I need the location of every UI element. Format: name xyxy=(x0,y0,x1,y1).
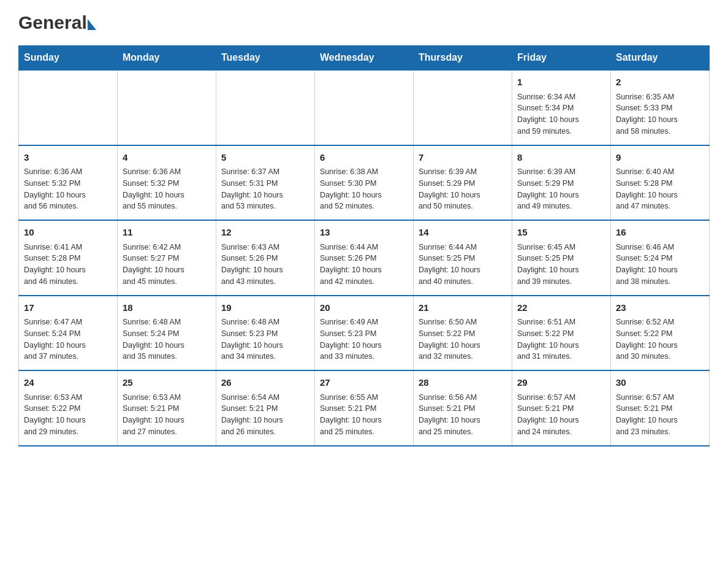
day-number: 23 xyxy=(616,301,704,315)
day-number: 11 xyxy=(123,226,211,240)
day-number: 9 xyxy=(616,151,704,165)
day-number: 13 xyxy=(320,226,408,240)
calendar-cell: 9Sunrise: 6:40 AMSunset: 5:28 PMDaylight… xyxy=(611,145,710,221)
day-number: 19 xyxy=(221,301,309,315)
calendar-cell: 22Sunrise: 6:51 AMSunset: 5:22 PMDayligh… xyxy=(512,296,611,371)
day-number: 24 xyxy=(24,376,112,390)
day-number: 15 xyxy=(517,226,605,240)
calendar-header: SundayMondayTuesdayWednesdayThursdayFrid… xyxy=(19,46,710,71)
day-info: Sunrise: 6:44 AMSunset: 5:25 PMDaylight:… xyxy=(419,242,507,288)
day-number: 22 xyxy=(517,301,605,315)
week-row-4: 17Sunrise: 6:47 AMSunset: 5:24 PMDayligh… xyxy=(19,296,710,371)
calendar-cell: 18Sunrise: 6:48 AMSunset: 5:24 PMDayligh… xyxy=(118,296,216,371)
day-info: Sunrise: 6:46 AMSunset: 5:24 PMDaylight:… xyxy=(616,242,704,288)
logo-general-text: General xyxy=(18,12,87,33)
week-row-3: 10Sunrise: 6:41 AMSunset: 5:28 PMDayligh… xyxy=(19,220,710,296)
day-header-wednesday: Wednesday xyxy=(315,46,414,71)
day-header-friday: Friday xyxy=(512,46,611,71)
calendar-cell: 28Sunrise: 6:56 AMSunset: 5:21 PMDayligh… xyxy=(414,370,512,446)
day-info: Sunrise: 6:43 AMSunset: 5:26 PMDaylight:… xyxy=(221,242,309,288)
day-info: Sunrise: 6:42 AMSunset: 5:27 PMDaylight:… xyxy=(123,242,211,288)
calendar-cell xyxy=(216,70,315,145)
page-header: General xyxy=(18,12,710,33)
day-number: 30 xyxy=(616,376,704,390)
day-number: 3 xyxy=(24,151,112,165)
day-number: 18 xyxy=(123,301,211,315)
day-info: Sunrise: 6:39 AMSunset: 5:29 PMDaylight:… xyxy=(517,166,605,212)
day-info: Sunrise: 6:37 AMSunset: 5:31 PMDaylight:… xyxy=(221,166,309,212)
day-number: 29 xyxy=(517,376,605,390)
day-number: 6 xyxy=(320,151,408,165)
day-number: 8 xyxy=(517,151,605,165)
calendar-cell: 29Sunrise: 6:57 AMSunset: 5:21 PMDayligh… xyxy=(512,370,611,446)
day-number: 2 xyxy=(616,75,704,90)
day-number: 27 xyxy=(320,376,408,390)
day-header-thursday: Thursday xyxy=(414,46,512,71)
calendar-cell: 15Sunrise: 6:45 AMSunset: 5:25 PMDayligh… xyxy=(512,220,611,296)
day-number: 14 xyxy=(419,226,507,240)
day-info: Sunrise: 6:53 AMSunset: 5:21 PMDaylight:… xyxy=(123,392,211,438)
day-info: Sunrise: 6:53 AMSunset: 5:22 PMDaylight:… xyxy=(24,392,112,438)
day-header-monday: Monday xyxy=(118,46,216,71)
day-info: Sunrise: 6:55 AMSunset: 5:21 PMDaylight:… xyxy=(320,392,408,438)
day-number: 12 xyxy=(221,226,309,240)
calendar-cell: 6Sunrise: 6:38 AMSunset: 5:30 PMDaylight… xyxy=(315,145,414,221)
day-number: 4 xyxy=(123,151,211,165)
calendar-cell: 1Sunrise: 6:34 AMSunset: 5:34 PMDaylight… xyxy=(512,70,611,145)
calendar-cell: 10Sunrise: 6:41 AMSunset: 5:28 PMDayligh… xyxy=(19,220,118,296)
calendar-cell: 23Sunrise: 6:52 AMSunset: 5:22 PMDayligh… xyxy=(611,296,710,371)
calendar-cell: 16Sunrise: 6:46 AMSunset: 5:24 PMDayligh… xyxy=(611,220,710,296)
day-info: Sunrise: 6:44 AMSunset: 5:26 PMDaylight:… xyxy=(320,242,408,288)
day-header-tuesday: Tuesday xyxy=(216,46,315,71)
calendar-cell: 26Sunrise: 6:54 AMSunset: 5:21 PMDayligh… xyxy=(216,370,315,446)
day-info: Sunrise: 6:52 AMSunset: 5:22 PMDaylight:… xyxy=(616,316,704,362)
calendar-cell: 24Sunrise: 6:53 AMSunset: 5:22 PMDayligh… xyxy=(19,370,118,446)
day-info: Sunrise: 6:39 AMSunset: 5:29 PMDaylight:… xyxy=(419,166,507,212)
week-row-1: 1Sunrise: 6:34 AMSunset: 5:34 PMDaylight… xyxy=(19,70,710,145)
day-number: 7 xyxy=(419,151,507,165)
calendar-cell: 2Sunrise: 6:35 AMSunset: 5:33 PMDaylight… xyxy=(611,70,710,145)
day-info: Sunrise: 6:54 AMSunset: 5:21 PMDaylight:… xyxy=(221,392,309,438)
calendar-cell xyxy=(315,70,414,145)
day-number: 20 xyxy=(320,301,408,315)
calendar-cell: 19Sunrise: 6:48 AMSunset: 5:23 PMDayligh… xyxy=(216,296,315,371)
calendar-cell: 13Sunrise: 6:44 AMSunset: 5:26 PMDayligh… xyxy=(315,220,414,296)
day-header-row: SundayMondayTuesdayWednesdayThursdayFrid… xyxy=(19,46,710,71)
calendar-cell: 12Sunrise: 6:43 AMSunset: 5:26 PMDayligh… xyxy=(216,220,315,296)
day-info: Sunrise: 6:35 AMSunset: 5:33 PMDaylight:… xyxy=(616,91,704,137)
logo: General xyxy=(18,12,96,33)
calendar-table: SundayMondayTuesdayWednesdayThursdayFrid… xyxy=(18,45,710,446)
calendar-cell xyxy=(19,70,118,145)
calendar-cell: 21Sunrise: 6:50 AMSunset: 5:22 PMDayligh… xyxy=(414,296,512,371)
calendar-cell: 4Sunrise: 6:36 AMSunset: 5:32 PMDaylight… xyxy=(118,145,216,221)
day-number: 16 xyxy=(616,226,704,240)
day-number: 10 xyxy=(24,226,112,240)
day-number: 21 xyxy=(419,301,507,315)
day-info: Sunrise: 6:57 AMSunset: 5:21 PMDaylight:… xyxy=(616,392,704,438)
calendar-cell: 27Sunrise: 6:55 AMSunset: 5:21 PMDayligh… xyxy=(315,370,414,446)
day-info: Sunrise: 6:36 AMSunset: 5:32 PMDaylight:… xyxy=(123,166,211,212)
logo-arrow-icon xyxy=(88,19,96,30)
calendar-cell: 30Sunrise: 6:57 AMSunset: 5:21 PMDayligh… xyxy=(611,370,710,446)
calendar-cell: 17Sunrise: 6:47 AMSunset: 5:24 PMDayligh… xyxy=(19,296,118,371)
day-info: Sunrise: 6:45 AMSunset: 5:25 PMDaylight:… xyxy=(517,242,605,288)
day-info: Sunrise: 6:48 AMSunset: 5:24 PMDaylight:… xyxy=(123,316,211,362)
calendar-cell: 20Sunrise: 6:49 AMSunset: 5:23 PMDayligh… xyxy=(315,296,414,371)
day-info: Sunrise: 6:34 AMSunset: 5:34 PMDaylight:… xyxy=(517,91,605,137)
week-row-2: 3Sunrise: 6:36 AMSunset: 5:32 PMDaylight… xyxy=(19,145,710,221)
day-info: Sunrise: 6:57 AMSunset: 5:21 PMDaylight:… xyxy=(517,392,605,438)
day-number: 17 xyxy=(24,301,112,315)
day-header-saturday: Saturday xyxy=(611,46,710,71)
day-number: 28 xyxy=(419,376,507,390)
day-info: Sunrise: 6:36 AMSunset: 5:32 PMDaylight:… xyxy=(24,166,112,212)
day-info: Sunrise: 6:49 AMSunset: 5:23 PMDaylight:… xyxy=(320,316,408,362)
day-number: 5 xyxy=(221,151,309,165)
calendar-cell xyxy=(414,70,512,145)
day-number: 25 xyxy=(123,376,211,390)
calendar-body: 1Sunrise: 6:34 AMSunset: 5:34 PMDaylight… xyxy=(19,70,710,446)
calendar-cell xyxy=(118,70,216,145)
calendar-cell: 5Sunrise: 6:37 AMSunset: 5:31 PMDaylight… xyxy=(216,145,315,221)
day-number: 1 xyxy=(517,75,605,90)
calendar-cell: 8Sunrise: 6:39 AMSunset: 5:29 PMDaylight… xyxy=(512,145,611,221)
calendar-cell: 3Sunrise: 6:36 AMSunset: 5:32 PMDaylight… xyxy=(19,145,118,221)
